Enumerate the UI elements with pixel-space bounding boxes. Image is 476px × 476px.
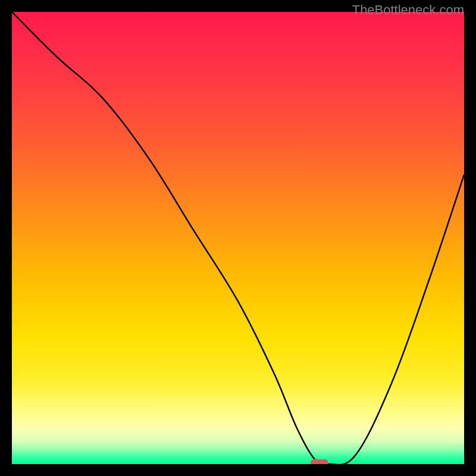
plot-area [12,12,464,464]
bottleneck-curve [12,12,464,464]
watermark-text: TheBottleneck.com [352,2,464,18]
optimum-marker [311,459,328,464]
curve-layer [12,12,464,464]
